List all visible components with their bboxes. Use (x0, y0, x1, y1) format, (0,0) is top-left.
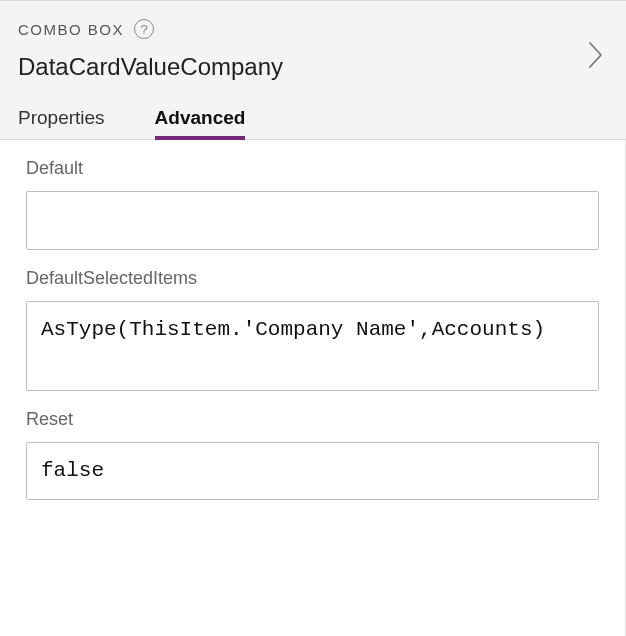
help-icon[interactable]: ? (134, 19, 154, 39)
property-input-default[interactable] (26, 191, 599, 250)
properties-panel: COMBO BOX ? DataCardValueCompany Propert… (0, 0, 626, 636)
properties-body: Default DefaultSelectedItems AsType(This… (0, 140, 626, 636)
property-input-defaultselecteditems[interactable]: AsType(ThisItem.'Company Name',Accounts) (26, 301, 599, 391)
control-name: DataCardValueCompany (18, 53, 608, 81)
chevron-right-icon[interactable] (588, 41, 604, 69)
tab-properties[interactable]: Properties (18, 107, 105, 139)
property-label: Default (26, 158, 599, 179)
property-default: Default (26, 158, 599, 250)
control-type-label: COMBO BOX (18, 21, 124, 38)
property-input-reset[interactable]: false (26, 442, 599, 501)
tab-advanced[interactable]: Advanced (155, 107, 246, 139)
property-label: Reset (26, 409, 599, 430)
tabs-row: Properties Advanced (18, 107, 608, 139)
panel-header: COMBO BOX ? DataCardValueCompany Propert… (0, 0, 626, 140)
property-defaultselecteditems: DefaultSelectedItems AsType(ThisItem.'Co… (26, 268, 599, 391)
property-reset: Reset false (26, 409, 599, 501)
property-label: DefaultSelectedItems (26, 268, 599, 289)
control-type-row: COMBO BOX ? (18, 19, 608, 39)
